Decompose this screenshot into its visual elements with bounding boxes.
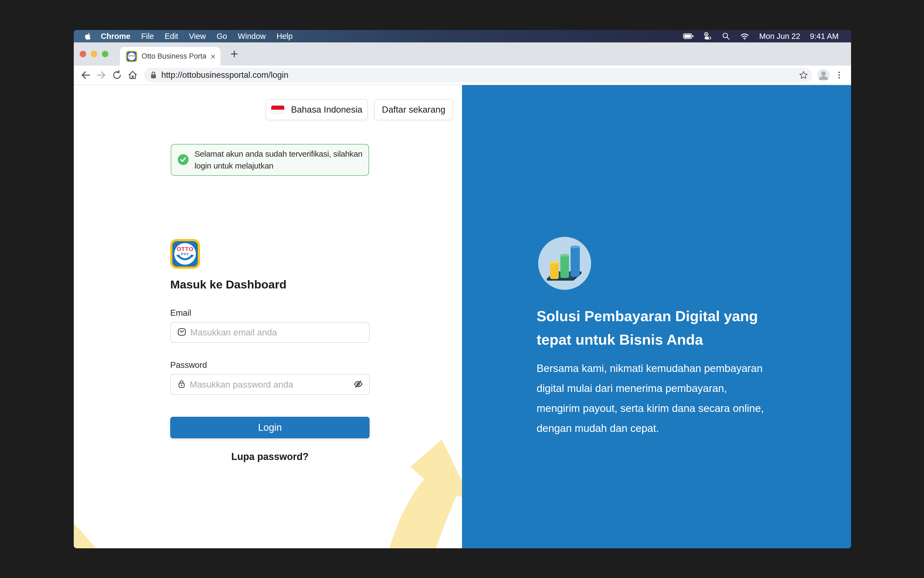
page-content: Bahasa Indonesia Daftar sekarang Selamat… [74,85,851,548]
language-label: Bahasa Indonesia [291,104,362,115]
promo-body: Bersama kami, nikmati kemudahan pembayar… [537,359,801,438]
browser-tab[interactable]: OTTO Otto Business Portal × [120,47,221,66]
login-heading: Masuk ke Dashboard [170,278,286,291]
promo-panel: Solusi Pembayaran Digital yang tepat unt… [462,85,851,548]
check-circle-icon [178,154,188,166]
password-input[interactable] [190,380,350,390]
tab-close-icon[interactable]: × [211,52,216,61]
menu-window[interactable]: Window [238,32,266,41]
bar-chart-illustration [538,237,591,290]
email-icon [177,327,187,338]
bookmark-star-icon[interactable] [797,68,810,81]
browser-tab-strip: OTTO Otto Business Portal × + [74,42,851,66]
new-tab-button[interactable]: + [227,46,242,61]
menu-edit[interactable]: Edit [164,32,178,41]
menubar-date: Mon Jun 22 [759,32,800,41]
success-alert: Selamat akun anda sudah terverifikasi, s… [171,144,369,176]
promo-heading: Solusi Pembayaran Digital yang tepat unt… [537,304,801,351]
register-button[interactable]: Daftar sekarang [374,99,453,120]
menu-file[interactable]: File [141,32,154,41]
window-zoom-button[interactable] [102,51,108,57]
email-input[interactable] [190,327,363,338]
padlock-icon[interactable] [150,71,157,79]
spotlight-search-icon[interactable] [722,32,730,40]
menubar-clock: 9:41 AM [810,32,839,41]
apple-menu-icon[interactable] [84,32,92,40]
ottopay-logo: OTTO PAY [170,239,200,269]
login-button-label: Login [258,422,282,433]
reload-icon[interactable] [110,68,123,81]
control-center-icon[interactable] [703,32,712,40]
url-text[interactable]: http://ottobusinessportal.com/login [161,70,288,80]
logo-smile-icon [172,241,198,266]
tab-title: Otto Business Portal [141,52,206,60]
forgot-password-link[interactable]: Lupa password? [170,451,370,463]
address-bar[interactable]: http://ottobusinessportal.com/login [144,68,812,82]
login-panel: Bahasa Indonesia Daftar sekarang Selamat… [74,85,462,548]
email-field-container [170,322,370,343]
alert-text-line1: Selamat akun anda sudah terverifikasi, s… [195,148,363,160]
login-button[interactable]: Login [170,417,370,438]
mac-screen: Chrome File Edit View Go Window Help [74,30,851,548]
password-field-container [170,374,370,395]
lock-icon [177,380,186,390]
window-close-button[interactable] [80,51,86,57]
toggle-password-visibility-icon[interactable] [353,379,363,390]
menu-help[interactable]: Help [276,32,292,41]
browser-menu-icon[interactable] [833,68,846,81]
tab-favicon: OTTO [126,51,137,62]
profile-avatar-icon[interactable] [817,68,830,81]
wifi-icon[interactable] [740,32,749,40]
password-label: Password [170,360,207,370]
browser-toolbar: http://ottobusinessportal.com/login [74,66,851,85]
language-selector-button[interactable]: Bahasa Indonesia [266,99,368,120]
battery-icon [683,33,694,39]
alert-text-line2: login untuk melajutkan [195,160,363,172]
email-label: Email [170,308,191,318]
window-minimize-button[interactable] [91,51,97,57]
menu-view[interactable]: View [189,32,206,41]
back-icon[interactable] [79,68,92,81]
macos-menu-bar: Chrome File Edit View Go Window Help [74,30,851,42]
indonesia-flag-icon [271,106,284,114]
home-icon[interactable] [126,68,139,81]
menu-go[interactable]: Go [217,32,227,41]
menu-chrome[interactable]: Chrome [101,32,130,41]
register-label: Daftar sekarang [382,104,445,115]
forward-icon[interactable] [95,68,108,81]
